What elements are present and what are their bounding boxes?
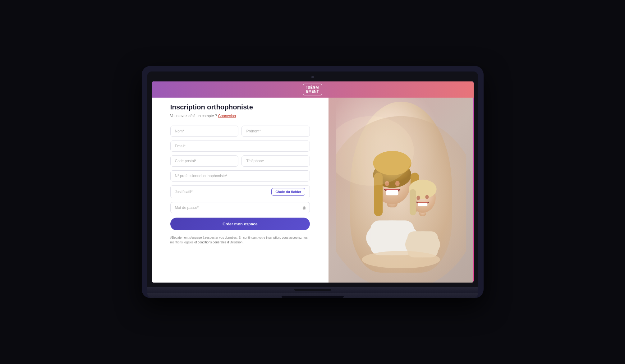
- password-row: ◉: [170, 202, 310, 213]
- screen-bezel: #BÉGAI EMENT Inscription orthophoniste V…: [147, 71, 478, 287]
- subtitle-text: Vous avez déjà un compte ?: [170, 114, 217, 118]
- num-pro-input[interactable]: [170, 170, 310, 182]
- svg-rect-11: [386, 190, 398, 195]
- screen-content: Inscription orthophoniste Vous avez déjà…: [152, 81, 474, 283]
- postal-phone-row: [170, 155, 310, 167]
- privacy-link[interactable]: et conditions générales d'utilisation: [194, 241, 242, 244]
- svg-point-10: [395, 181, 400, 186]
- code-postal-input[interactable]: [170, 155, 239, 167]
- laptop-bottom: [147, 287, 478, 293]
- svg-point-21: [362, 251, 440, 268]
- privacy-end: .: [243, 241, 244, 244]
- file-choose-button[interactable]: Choix du fichier: [271, 188, 305, 196]
- nom-input[interactable]: [170, 126, 239, 137]
- prenom-input[interactable]: [241, 126, 310, 137]
- form-panel: Inscription orthophoniste Vous avez déjà…: [152, 81, 329, 283]
- laptop-base: [147, 293, 478, 298]
- logo: #BÉGAI EMENT: [303, 84, 323, 95]
- people-illustration: [336, 102, 466, 283]
- justificatif-label: Justificatif*: [175, 190, 268, 194]
- email-row: [170, 141, 310, 152]
- submit-button[interactable]: Créer mon espace: [170, 218, 310, 230]
- password-input[interactable]: [170, 202, 310, 213]
- svg-rect-20: [418, 202, 428, 206]
- laptop-screen: #BÉGAI EMENT Inscription orthophoniste V…: [152, 81, 474, 283]
- form-title: Inscription orthophoniste: [170, 103, 310, 111]
- telephone-input[interactable]: [241, 155, 310, 167]
- eye-icon[interactable]: ◉: [302, 205, 306, 210]
- top-bar: #BÉGAI EMENT: [152, 81, 474, 98]
- name-row: [170, 126, 310, 137]
- justificatif-row: Justificatif* Choix du fichier: [170, 185, 310, 198]
- connexion-link[interactable]: Connexion: [218, 114, 236, 118]
- svg-point-18: [417, 196, 420, 200]
- camera-dot: [311, 76, 314, 78]
- num-pro-row: [170, 170, 310, 182]
- privacy-notice: #Bégaiement s'engage à respecter vos don…: [170, 235, 310, 245]
- svg-point-19: [425, 195, 429, 199]
- image-panel: [329, 81, 473, 283]
- laptop-container: #BÉGAI EMENT Inscription orthophoniste V…: [142, 66, 484, 298]
- laptop-hinge: [294, 289, 331, 291]
- svg-rect-17: [410, 189, 416, 215]
- form-subtitle: Vous avez déjà un compte ? Connexion: [170, 114, 310, 118]
- email-input[interactable]: [170, 141, 310, 152]
- logo-line2: EMENT: [306, 90, 319, 93]
- logo-line1: #BÉGAI: [306, 85, 319, 89]
